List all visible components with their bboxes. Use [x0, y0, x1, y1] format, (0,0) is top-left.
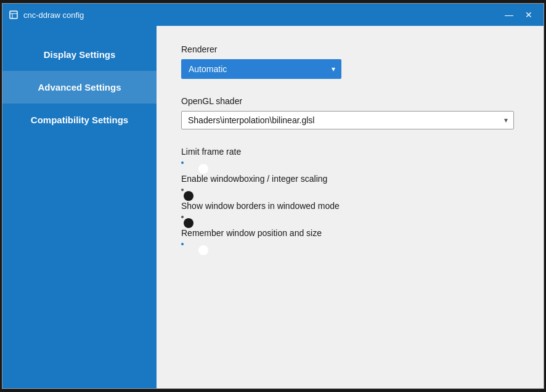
remember-window-thumb — [198, 245, 208, 255]
windowboxing-label: Enable windowboxing / integer scaling — [181, 174, 519, 184]
window-borders-track — [181, 216, 184, 218]
window-borders-thumb — [184, 218, 194, 228]
window-borders-group: Show window borders in windowed mode — [181, 201, 519, 211]
sidebar-item-compatibility[interactable]: Compatibility Settings — [2, 104, 157, 136]
titlebar-controls: — ✕ — [500, 8, 537, 22]
limit-frame-rate-thumb — [198, 164, 208, 174]
opengl-shader-select[interactable]: Shaders\interpolation\bilinear.glsl None — [181, 111, 514, 129]
renderer-select[interactable]: Automatic OpenGL Direct3D9 GDI — [181, 59, 341, 79]
windowboxing-track — [181, 189, 184, 191]
content-area: Display Settings Advanced Settings Compa… — [2, 26, 544, 388]
renderer-dropdown[interactable]: Automatic OpenGL Direct3D9 GDI ▾ — [181, 59, 341, 79]
renderer-label: Renderer — [181, 44, 519, 54]
remember-window-label: Remember window position and size — [181, 228, 519, 238]
sidebar: Display Settings Advanced Settings Compa… — [2, 26, 157, 388]
opengl-shader-label: OpenGL shader — [181, 96, 519, 106]
close-button[interactable]: ✕ — [520, 8, 537, 22]
app-icon — [9, 10, 18, 20]
limit-frame-rate-track — [181, 161, 184, 164]
titlebar: cnc-ddraw config — ✕ — [2, 4, 544, 26]
minimize-button[interactable]: — — [500, 8, 518, 22]
limit-frame-rate-group: Limit frame rate — [181, 147, 519, 157]
opengl-shader-dropdown[interactable]: Shaders\interpolation\bilinear.glsl None… — [181, 111, 514, 129]
svg-rect-0 — [10, 11, 17, 18]
opengl-shader-group: OpenGL shader Shaders\interpolation\bili… — [181, 96, 519, 129]
window-borders-label: Show window borders in windowed mode — [181, 201, 519, 211]
titlebar-left: cnc-ddraw config — [9, 10, 84, 20]
windowboxing-thumb — [184, 191, 194, 201]
app-window: cnc-ddraw config — ✕ Display Settings Ad… — [2, 3, 544, 389]
windowboxing-group: Enable windowboxing / integer scaling — [181, 174, 519, 184]
remember-window-track — [181, 243, 184, 245]
remember-window-group: Remember window position and size — [181, 228, 519, 238]
renderer-group: Renderer Automatic OpenGL Direct3D9 GDI … — [181, 44, 519, 79]
sidebar-item-advanced[interactable]: Advanced Settings — [2, 71, 157, 104]
window-title: cnc-ddraw config — [23, 10, 84, 20]
limit-frame-rate-label: Limit frame rate — [181, 147, 519, 157]
sidebar-item-display[interactable]: Display Settings — [2, 38, 157, 71]
main-panel: Renderer Automatic OpenGL Direct3D9 GDI … — [157, 26, 544, 388]
